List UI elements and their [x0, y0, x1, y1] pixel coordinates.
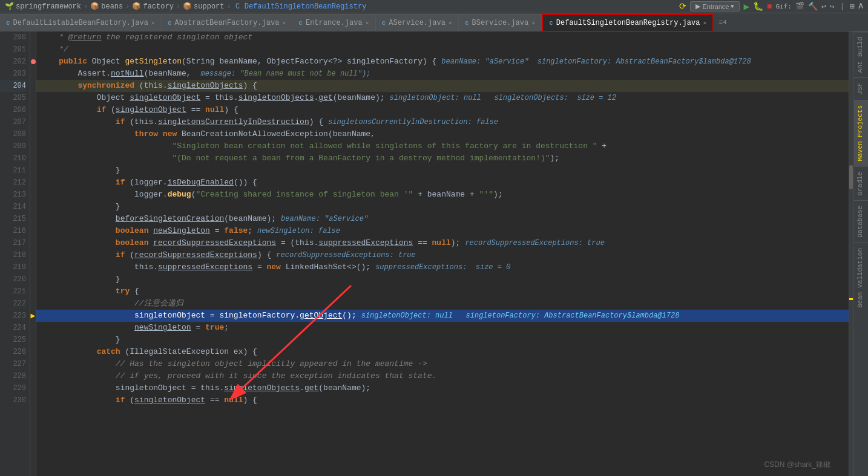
- close-tab-3[interactable]: ✕: [366, 19, 369, 27]
- bc-icon-pkg1: 📦: [90, 2, 99, 11]
- editor-main: 200 201 202 203 204 205 206 207 208 209 …: [0, 31, 868, 476]
- scroll-thumb[interactable]: [849, 165, 853, 189]
- code-line-208: throw new BeanCreationNotAllowedExceptio…: [36, 128, 849, 140]
- code-line-226: catch (IllegalStateException ex) {: [36, 346, 849, 358]
- tab-defaultsingleton[interactable]: c DefaultSingletonBeanRegistry.java ✕: [542, 14, 714, 31]
- bc-icon-pkg3: 📦: [183, 2, 191, 11]
- panel-jsf[interactable]: JSF: [854, 77, 868, 100]
- code-line-221: try {: [36, 285, 849, 298]
- bc-item-spring[interactable]: springframework: [16, 2, 81, 11]
- code-line-220: }: [36, 273, 849, 285]
- code-line-206: if (singletonObject == null) {: [36, 104, 849, 116]
- code-line-203: Assert.notNull(beanName, message: "Bean …: [36, 68, 849, 80]
- scroll-indicator[interactable]: [849, 31, 853, 476]
- code-line-224: newSingleton = true;: [36, 322, 849, 334]
- code-line-215: beforeSingletonCreation(beanName); beanN…: [36, 213, 849, 225]
- entrance-button[interactable]: ▶ Entrance ▾: [690, 1, 740, 11]
- stop-icon[interactable]: ■: [767, 2, 772, 11]
- close-tab-1[interactable]: ✕: [151, 19, 155, 27]
- line-numbers: 200 201 202 203 204 205 206 207 208 209 …: [0, 31, 30, 476]
- code-line-218: if (recordSuppressedExceptions) { record…: [36, 249, 849, 261]
- code-line-204: synchronized (this.singletonObjects) {: [36, 80, 849, 92]
- code-line-222: //注意会递归: [36, 298, 849, 310]
- breakpoint-dot[interactable]: [31, 59, 36, 64]
- code-line-219: this.suppressedExceptions = new LinkedHa…: [36, 261, 849, 273]
- bc-item-class[interactable]: DefaultSingletonBeanRegistry: [245, 2, 367, 11]
- debug-icon[interactable]: 🐛: [753, 1, 763, 11]
- close-tab-5[interactable]: ✕: [531, 19, 535, 27]
- gif-label: Gif:: [775, 3, 791, 10]
- tab-bservice[interactable]: c BService.java ✕: [459, 14, 542, 31]
- tab-abstractbean[interactable]: c AbstractBeanFactory.java ✕: [162, 14, 292, 31]
- tab-more[interactable]: ≡4: [714, 14, 731, 31]
- bc-icon-class: C: [234, 2, 242, 11]
- tab-entrance[interactable]: c Entrance.java ✕: [292, 14, 375, 31]
- code-line-230: if (singletonObject == null) {: [36, 394, 849, 406]
- code-line-200: * @return the registered singleton objec…: [36, 31, 849, 44]
- toolbar-right: ⟳ ▶ Entrance ▾ ▶ 🐛 ■ Gif: 🎬 🔨 ↩ ↪ | ⊞ A: [679, 1, 863, 13]
- step-over-icon[interactable]: ⟳: [679, 1, 686, 11]
- tab-bar: c DefaultListableBeanFactory.java ✕ c Ab…: [0, 13, 868, 31]
- panel-bean-validation[interactable]: Bean Validation: [854, 243, 868, 313]
- play-icon[interactable]: ▶: [743, 1, 749, 13]
- close-tab-6[interactable]: ✕: [703, 19, 706, 27]
- bc-item-support[interactable]: support: [194, 2, 224, 11]
- breadcrumb-bar: 🌱 springframework › 📦 beans › 📦 factory …: [0, 0, 868, 13]
- code-line-207: if (this.singletonsCurrentlyInDestructio…: [36, 116, 849, 128]
- bc-item-beans[interactable]: beans: [101, 2, 123, 11]
- bc-icon-pkg2: 📦: [132, 2, 140, 11]
- panel-database[interactable]: Database: [854, 200, 868, 243]
- bc-item-factory[interactable]: factory: [143, 2, 173, 11]
- code-line-212: if (logger.isDebugEnabled()) {: [36, 177, 849, 189]
- layout-icon[interactable]: ⊞: [850, 2, 855, 11]
- code-line-216: boolean newSingleton = false; newSinglet…: [36, 225, 849, 237]
- tab-defaultlistable[interactable]: c DefaultListableBeanFactory.java ✕: [0, 14, 162, 31]
- exec-markers: ▶: [30, 31, 36, 476]
- panel-ant-build[interactable]: Ant Build: [854, 31, 868, 77]
- gif-icon[interactable]: 🎬: [795, 2, 804, 11]
- scroll-marker-current: [849, 298, 853, 300]
- right-panel-tabs: Ant Build JSF Maven Projects Gradle Data…: [853, 31, 868, 476]
- code-line-201: */: [36, 44, 849, 56]
- close-tab-4[interactable]: ✕: [449, 19, 452, 27]
- code-line-227: // Has the singleton object implicitly a…: [36, 358, 849, 370]
- panel-maven[interactable]: Maven Projects: [854, 100, 868, 166]
- code-line-213: logger.debug("Creating shared instance o…: [36, 189, 849, 201]
- code-line-217: boolean recordSuppressedExceptions = (th…: [36, 237, 849, 249]
- font-icon[interactable]: A: [858, 2, 863, 11]
- undo-icon[interactable]: ↩: [821, 2, 826, 11]
- bc-icon-spring: 🌱: [5, 2, 13, 11]
- code-line-210: "(Do not request a bean from a BeanFacto…: [36, 152, 849, 165]
- panel-gradle[interactable]: Gradle: [854, 166, 868, 201]
- redo-icon[interactable]: ↪: [830, 2, 835, 11]
- code-line-228: // if yes, proceed with it since the exc…: [36, 370, 849, 382]
- code-line-211: }: [36, 165, 849, 177]
- code-line-229: singletonObject = this.singletonObjects.…: [36, 382, 849, 394]
- code-line-209: "Singleton bean creation not allowed whi…: [36, 140, 849, 152]
- close-tab-2[interactable]: ✕: [282, 19, 286, 27]
- code-line-223: singletonObject = singletonFactory.getOb…: [36, 310, 849, 322]
- build-icon[interactable]: 🔨: [808, 2, 818, 11]
- tab-aservice[interactable]: c AService.java ✕: [376, 14, 459, 31]
- code-line-214: }: [36, 201, 849, 213]
- code-line-205: Object singletonObject = this.singletonO…: [36, 92, 849, 104]
- watermark: CSDN @shark_辣椒: [764, 460, 830, 470]
- code-line-202: public Object getSingleton(String beanNa…: [36, 56, 849, 68]
- code-content: * @return the registered singleton objec…: [36, 31, 849, 476]
- code-line-225: }: [36, 334, 849, 346]
